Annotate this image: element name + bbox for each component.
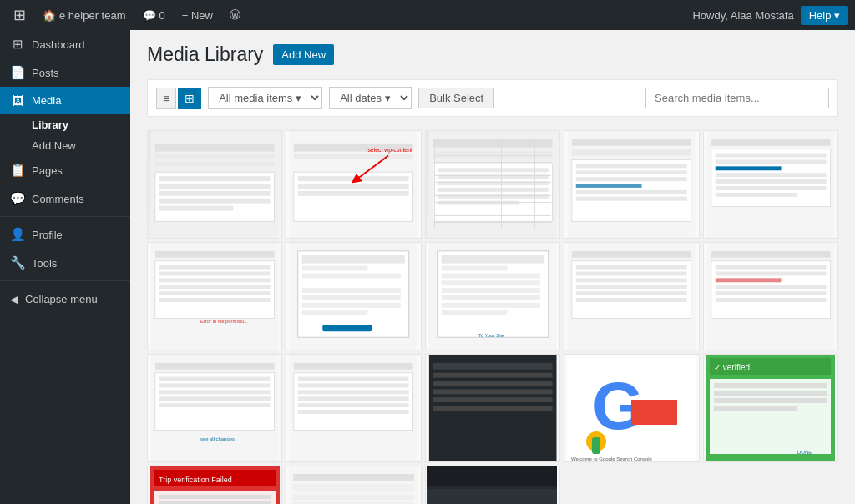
media-thumbnail — [704, 243, 837, 350]
svg-rect-65 — [302, 288, 401, 293]
media-item[interactable]: ✓ verified DONE — [703, 354, 838, 462]
media-item[interactable] — [703, 130, 838, 239]
new-label: + New — [182, 9, 213, 22]
svg-rect-22 — [433, 164, 553, 221]
site-name-label: e helper team — [59, 9, 126, 22]
collapse-icon: ◀ — [10, 293, 18, 305]
media-thumbnail — [426, 131, 559, 238]
media-thumbnail — [148, 131, 281, 238]
media-thumbnail: G Welcome to Google Search Console — [564, 355, 698, 461]
sidebar-sub-library[interactable]: Library — [10, 114, 130, 135]
media-item[interactable] — [425, 466, 560, 504]
search-input[interactable] — [645, 88, 829, 108]
dashboard-icon: ⊞ — [10, 37, 25, 52]
sidebar-label-profile: Profile — [32, 229, 63, 241]
bulk-select-button[interactable]: Bulk Select — [418, 88, 494, 108]
media-item[interactable] — [286, 354, 421, 462]
woocommerce-item[interactable]: Ⓦ — [223, 0, 247, 30]
media-item[interactable] — [425, 130, 560, 239]
sidebar-item-posts[interactable]: 📄 Posts — [0, 58, 130, 87]
sidebar-item-comments[interactable]: 💬 Comments — [0, 184, 130, 213]
sidebar-item-media[interactable]: 🖼 Media — [0, 87, 130, 114]
svg-rect-35 — [576, 177, 687, 181]
svg-rect-42 — [715, 154, 826, 158]
sidebar-item-dashboard[interactable]: ⊞ Dashboard — [0, 30, 130, 58]
svg-rect-151 — [293, 495, 414, 500]
grid-view-button[interactable]: ⊞ — [178, 88, 201, 109]
sidebar-label-dashboard: Dashboard — [32, 38, 85, 51]
media-item[interactable] — [564, 242, 699, 350]
help-button[interactable]: Help ▾ — [801, 6, 848, 25]
site-name-item[interactable]: 🏠 e helper team — [36, 0, 133, 30]
sidebar-item-pages[interactable]: 📋 Pages — [0, 156, 130, 184]
media-item[interactable] — [286, 242, 421, 350]
svg-rect-121 — [433, 389, 553, 394]
media-item[interactable]: see all changes — [147, 354, 282, 462]
media-thumbnail — [426, 466, 559, 504]
svg-rect-137 — [714, 406, 797, 411]
sidebar-sub-add-new[interactable]: Add New — [10, 135, 130, 156]
svg-rect-51 — [155, 261, 275, 319]
wordpress-logo-icon[interactable]: ⊞ — [7, 6, 33, 24]
home-icon: 🏠 — [43, 9, 56, 22]
sidebar-item-tools[interactable]: 🔧 Tools — [0, 249, 130, 277]
svg-text:Welcome to Google Search Conso: Welcome to Google Search Console — [571, 456, 653, 461]
svg-rect-1 — [155, 144, 275, 152]
svg-rect-96 — [715, 285, 826, 289]
svg-rect-113 — [298, 390, 409, 394]
svg-text:Trip verification Failed: Trip verification Failed — [159, 476, 232, 484]
profile-icon: 👤 — [10, 227, 25, 242]
media-item[interactable] — [703, 242, 838, 350]
svg-rect-19 — [429, 131, 557, 238]
svg-rect-57 — [159, 298, 271, 302]
svg-rect-23 — [438, 168, 549, 172]
svg-rect-150 — [293, 484, 414, 491]
new-content-item[interactable]: + New — [175, 0, 220, 30]
svg-text:To Your Site: To Your Site — [478, 333, 505, 338]
svg-rect-31 — [572, 149, 691, 156]
collapse-menu-button[interactable]: ◀ Collapse menu — [0, 285, 130, 314]
media-item[interactable]: Trip verification Failed — [147, 466, 282, 504]
svg-rect-83 — [572, 261, 691, 319]
svg-rect-101 — [155, 373, 275, 431]
media-item[interactable] — [147, 130, 282, 239]
media-item[interactable]: To Your Site — [425, 242, 560, 350]
media-item[interactable] — [425, 354, 560, 462]
add-new-button[interactable]: Add New — [273, 44, 334, 65]
media-thumbnail — [286, 466, 420, 504]
svg-rect-41 — [711, 149, 830, 207]
svg-rect-14 — [298, 176, 409, 181]
media-item[interactable] — [564, 130, 699, 239]
svg-rect-78 — [441, 303, 539, 308]
media-item[interactable] — [286, 466, 421, 504]
media-item[interactable]: Error in file permissi... — [147, 242, 282, 350]
sidebar-label-pages: Pages — [32, 164, 63, 177]
svg-text:Error in file permissi...: Error in file permissi... — [200, 319, 248, 324]
svg-rect-27 — [438, 194, 549, 199]
svg-rect-115 — [298, 403, 409, 407]
svg-rect-136 — [714, 398, 827, 403]
comments-item[interactable]: 💬 0 — [136, 0, 172, 30]
list-view-button[interactable]: ≡ — [156, 88, 176, 109]
posts-icon: 📄 — [10, 65, 25, 80]
svg-rect-126 — [631, 400, 677, 425]
sidebar-label-tools: Tools — [32, 257, 57, 270]
date-filter[interactable]: All dates ▾ — [329, 87, 412, 109]
media-type-filter[interactable]: All media items ▾ — [208, 87, 322, 109]
svg-rect-36 — [576, 184, 642, 188]
media-item[interactable]: select wp-content — [286, 130, 421, 239]
svg-rect-75 — [441, 280, 539, 285]
svg-rect-100 — [155, 363, 275, 370]
page-header: Media Library Add New — [147, 43, 838, 66]
sidebar-item-profile[interactable]: 👤 Profile — [0, 220, 130, 249]
svg-rect-110 — [294, 373, 413, 431]
svg-rect-95 — [715, 278, 781, 282]
svg-rect-149 — [293, 474, 414, 481]
svg-rect-84 — [576, 265, 687, 270]
svg-rect-60 — [298, 251, 409, 337]
media-item[interactable]: G Welcome to Google Search Console — [564, 354, 699, 462]
svg-rect-25 — [438, 181, 549, 185]
svg-rect-88 — [576, 291, 687, 295]
svg-rect-72 — [441, 255, 544, 264]
media-icon: 🖼 — [10, 93, 25, 108]
